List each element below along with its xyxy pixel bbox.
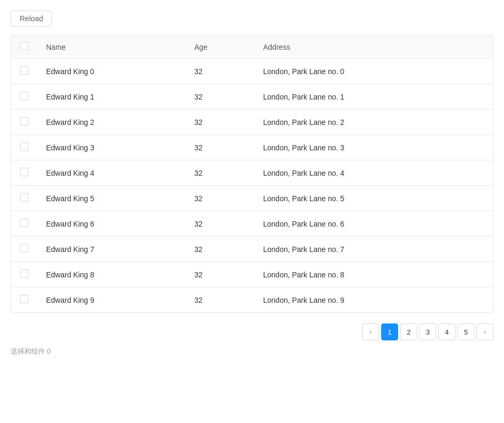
row-name: Edward King 0 [38,59,186,84]
row-checkbox-9[interactable] [20,295,29,303]
row-name: Edward King 3 [38,135,186,160]
row-address: London, Park Lane no. 5 [255,186,493,211]
row-address: London, Park Lane no. 3 [255,135,493,160]
row-age: 32 [186,287,255,313]
footer-selected-text: 选择和组件 0 [11,347,493,356]
row-name: Edward King 4 [38,160,186,186]
row-address: London, Park Lane no. 0 [255,59,493,84]
pagination: ‹ 1 2 3 4 5 › [11,323,493,340]
row-checkbox-1[interactable] [20,92,29,100]
row-checkbox-6[interactable] [20,219,29,227]
header-age: Age [186,35,255,59]
row-age: 32 [186,110,255,135]
row-name: Edward King 6 [38,211,186,237]
prev-page-button[interactable]: ‹ [362,323,379,340]
row-name: Edward King 7 [38,237,186,262]
row-age: 32 [186,262,255,287]
row-age: 32 [186,211,255,237]
table-header-row: Name Age Address [11,35,493,59]
page-button-4[interactable]: 4 [438,323,455,340]
row-checkbox-cell [11,135,38,160]
row-name: Edward King 1 [38,84,186,110]
row-age: 32 [186,135,255,160]
row-checkbox-cell [11,237,38,262]
page-button-3[interactable]: 3 [419,323,436,340]
table-row: Edward King 3 32 London, Park Lane no. 3 [11,135,493,160]
row-checkbox-2[interactable] [20,117,29,125]
row-address: London, Park Lane no. 8 [255,262,493,287]
row-address: London, Park Lane no. 9 [255,287,493,313]
table-row: Edward King 1 32 London, Park Lane no. 1 [11,84,493,110]
row-age: 32 [186,237,255,262]
row-age: 32 [186,160,255,186]
row-checkbox-cell [11,110,38,135]
row-checkbox-cell [11,211,38,237]
table-row: Edward King 7 32 London, Park Lane no. 7 [11,237,493,262]
row-address: London, Park Lane no. 2 [255,110,493,135]
row-name: Edward King 9 [38,287,186,313]
row-checkbox-cell [11,160,38,186]
table-row: Edward King 2 32 London, Park Lane no. 2 [11,110,493,135]
row-checkbox-cell [11,287,38,313]
header-checkbox-cell [11,35,38,59]
table-row: Edward King 8 32 London, Park Lane no. 8 [11,262,493,287]
row-checkbox-cell [11,59,38,84]
table-row: Edward King 0 32 London, Park Lane no. 0 [11,59,493,84]
page-button-5[interactable]: 5 [457,323,474,340]
row-address: London, Park Lane no. 6 [255,211,493,237]
next-page-button[interactable]: › [476,323,493,340]
row-address: London, Park Lane no. 1 [255,84,493,110]
row-checkbox-4[interactable] [20,168,29,176]
row-checkbox-cell [11,84,38,110]
page-button-2[interactable]: 2 [400,323,417,340]
data-table: Name Age Address Edward King 0 32 London… [11,35,493,313]
header-address: Address [255,35,493,59]
header-checkbox[interactable] [20,42,29,50]
row-name: Edward King 5 [38,186,186,211]
row-checkbox-3[interactable] [20,142,29,151]
row-checkbox-7[interactable] [20,244,29,253]
row-age: 32 [186,186,255,211]
row-checkbox-cell [11,186,38,211]
table-row: Edward King 6 32 London, Park Lane no. 6 [11,211,493,237]
row-name: Edward King 2 [38,110,186,135]
row-checkbox-cell [11,262,38,287]
row-address: London, Park Lane no. 4 [255,160,493,186]
row-age: 32 [186,84,255,110]
table-row: Edward King 5 32 London, Park Lane no. 5 [11,186,493,211]
reload-button[interactable]: Reload [11,11,52,26]
row-name: Edward King 8 [38,262,186,287]
row-age: 32 [186,59,255,84]
row-checkbox-8[interactable] [20,269,29,278]
row-address: London, Park Lane no. 7 [255,237,493,262]
row-checkbox-5[interactable] [20,193,29,202]
page-button-1[interactable]: 1 [381,323,398,340]
table-row: Edward King 4 32 London, Park Lane no. 4 [11,160,493,186]
header-name: Name [38,35,186,59]
row-checkbox-0[interactable] [20,66,29,75]
table-row: Edward King 9 32 London, Park Lane no. 9 [11,287,493,313]
